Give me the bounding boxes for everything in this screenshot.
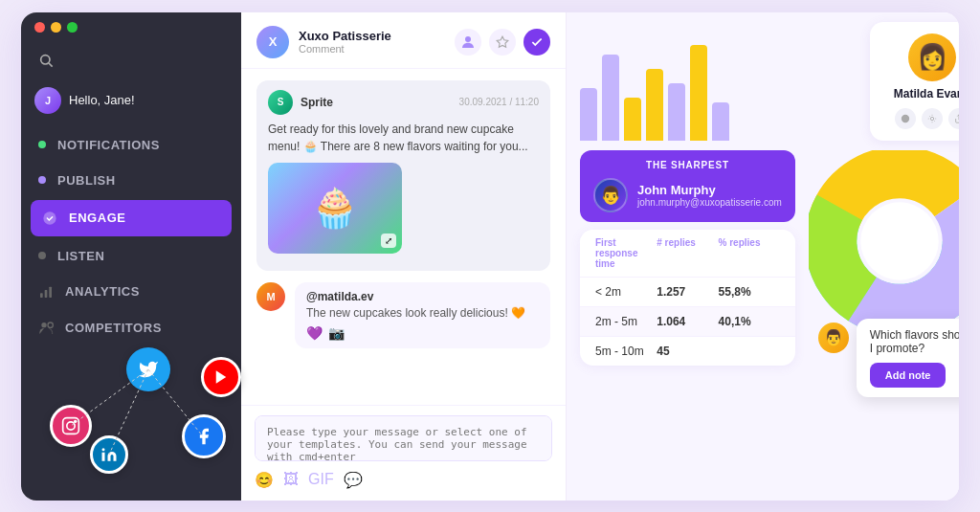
svg-point-17	[902, 114, 909, 122]
instagram-reaction[interactable]: 📷	[328, 325, 345, 341]
row0-pct: 55,8%	[719, 285, 780, 299]
sharpest-label: THE SHARPEST	[593, 160, 782, 170]
sidebar-item-analytics[interactable]: ANALYTICS	[21, 274, 241, 310]
row0-time: < 2m	[595, 285, 657, 299]
commenter-avatar: M	[256, 282, 285, 311]
emoji-action[interactable]: 😊	[255, 471, 274, 489]
svg-point-23	[860, 202, 938, 279]
profile-name: Matilda Evans	[894, 87, 959, 100]
sidebar-item-publish[interactable]: PUBLISH	[21, 163, 241, 198]
image-action[interactable]: 🖼	[283, 471, 299, 489]
greeting-text: Hello, Jane!	[69, 93, 135, 107]
profile-card: 👩 Matilda Evans	[870, 22, 959, 141]
tooltip-question: Which flavors should I promote?	[870, 328, 959, 355]
twitter-icon[interactable]	[126, 347, 170, 391]
svg-marker-8	[216, 370, 227, 384]
profile-avatar: 👩	[908, 33, 956, 81]
analytics-bottom: THE SHARPEST 👨 John Murphy john.murphy@x…	[580, 150, 959, 491]
sidebar-item-notifications[interactable]: NOTIFICATIONS	[21, 127, 241, 163]
check-action[interactable]	[523, 29, 550, 56]
gif-action[interactable]: GIF	[308, 471, 334, 489]
col-header-pct: % replies	[719, 237, 780, 269]
reaction-row: 💜 📷	[306, 325, 539, 341]
chat-header-sub: Comment	[299, 43, 445, 55]
image-expand-icon[interactable]: ⤢	[381, 234, 396, 248]
svg-point-0	[41, 55, 50, 63]
svg-rect-9	[63, 417, 79, 434]
svg-rect-5	[49, 286, 52, 297]
sharpest-person: 👨 John Murphy john.murphy@xuxopatisserie…	[593, 178, 782, 212]
youtube-icon[interactable]	[201, 357, 241, 397]
bar-5	[668, 83, 685, 141]
row2-time: 5m - 10m	[595, 345, 657, 358]
search-area[interactable]	[21, 47, 241, 83]
heart-reaction[interactable]: 💜	[306, 325, 323, 341]
col-header-time: First response time	[595, 237, 657, 269]
bar-1	[580, 88, 597, 141]
bar-7	[712, 102, 729, 141]
stats-header: First response time # replies % replies	[580, 230, 795, 277]
engage-icon	[42, 211, 57, 226]
traffic-lights	[34, 22, 78, 33]
col-header-replies: # replies	[657, 237, 718, 269]
svg-point-10	[67, 421, 75, 429]
comment-bubble: @matilda.ev The new cupcakes look really…	[295, 282, 550, 348]
tooltip-area: 👨 Which flavors should I promote? Add no…	[818, 319, 959, 397]
svg-point-2	[43, 211, 56, 224]
facebook-icon[interactable]	[182, 414, 226, 458]
nav-label-competitors: COMPETITORS	[65, 321, 162, 335]
instagram-icon[interactable]	[50, 405, 92, 447]
row1-pct: 40,1%	[719, 315, 780, 328]
greeting-area: J Hello, Jane!	[21, 83, 241, 127]
row1-time: 2m - 5m	[595, 315, 657, 328]
template-action[interactable]: 💬	[344, 471, 363, 489]
chat-panel: X Xuxo Patisserie Comment	[241, 12, 567, 501]
bar-3	[624, 98, 641, 141]
stats-row-2: 5m - 10m 45	[580, 336, 795, 366]
stats-row-1: 2m - 5m 1.064 40,1%	[580, 306, 795, 336]
row2-pct	[719, 345, 780, 358]
sharpest-email: john.murphy@xuxopatisserie.com	[637, 197, 782, 208]
content-area: X Xuxo Patisserie Comment	[241, 12, 959, 501]
sender-avatar: S	[268, 90, 293, 115]
linkedin-icon[interactable]	[90, 435, 128, 474]
competitors-icon	[38, 321, 54, 336]
maximize-button[interactable]	[67, 22, 78, 33]
reply-input[interactable]	[255, 415, 552, 461]
stats-row-0: < 2m 1.257 55,8%	[580, 277, 795, 306]
post-text: Get ready for this lovely and brand new …	[268, 121, 539, 155]
profile-action-3[interactable]	[948, 108, 959, 129]
add-note-button[interactable]: Add note	[870, 363, 947, 388]
svg-point-7	[48, 323, 53, 327]
comment-text: The new cupcakes look really delicious! …	[306, 306, 539, 320]
nav-label-engage: ENGAGE	[69, 211, 125, 225]
sidebar-item-competitors[interactable]: COMPETITORS	[21, 310, 241, 346]
commenter-name: @matilda.ev	[306, 290, 539, 303]
close-button[interactable]	[34, 22, 45, 33]
nav-dot-publish	[38, 176, 46, 184]
sidebar-item-listen[interactable]: LISTEN	[21, 238, 241, 274]
nav-label-notifications: NOTIFICATIONS	[57, 138, 160, 152]
cupcake-image: ⤢	[268, 163, 402, 254]
nav-label-analytics: ANALYTICS	[65, 284, 140, 299]
chat-header-actions	[455, 29, 550, 56]
tooltip-avatar: 👨	[818, 323, 849, 353]
chat-header-info: Xuxo Patisserie Comment	[299, 29, 445, 55]
minimize-button[interactable]	[51, 22, 61, 33]
sharpest-card: THE SHARPEST 👨 John Murphy john.murphy@x…	[580, 150, 795, 222]
svg-line-1	[49, 63, 53, 67]
sidebar-item-engage[interactable]: ENGAGE	[31, 200, 232, 236]
nav-dot-notifications	[38, 141, 46, 148]
tooltip-bubble: Which flavors should I promote? Add note	[857, 319, 959, 397]
star-action[interactable]	[489, 29, 516, 56]
nav-label-publish: PUBLISH	[57, 173, 116, 188]
chat-brand-avatar: X	[256, 26, 289, 58]
reply-input-area: 😊 🖼 GIF 💬	[241, 405, 566, 501]
avatar-action[interactable]	[455, 29, 481, 56]
svg-point-6	[41, 323, 46, 327]
sharpest-avatar: 👨	[593, 178, 628, 212]
profile-action-1[interactable]	[895, 108, 916, 129]
svg-rect-3	[40, 293, 43, 298]
user-comment: M @matilda.ev The new cupcakes look real…	[256, 282, 550, 348]
profile-action-2[interactable]	[922, 108, 943, 129]
